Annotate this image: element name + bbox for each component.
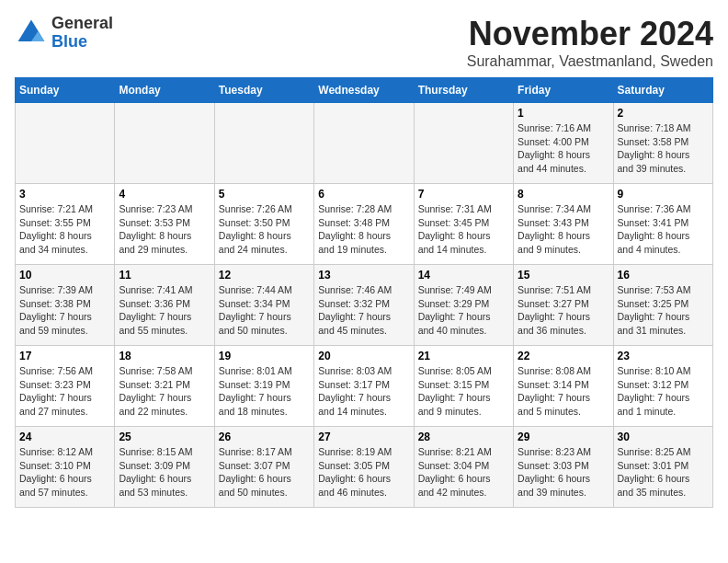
calendar-cell: 19Sunrise: 8:01 AM Sunset: 3:19 PM Dayli… [214, 346, 313, 427]
calendar-cell: 1Sunrise: 7:16 AM Sunset: 4:00 PM Daylig… [514, 103, 613, 184]
calendar-cell: 21Sunrise: 8:05 AM Sunset: 3:15 PM Dayli… [414, 346, 513, 427]
calendar-cell: 10Sunrise: 7:39 AM Sunset: 3:38 PM Dayli… [16, 265, 115, 346]
calendar-week-row: 3Sunrise: 7:21 AM Sunset: 3:55 PM Daylig… [16, 184, 713, 265]
calendar-cell: 3Sunrise: 7:21 AM Sunset: 3:55 PM Daylig… [16, 184, 115, 265]
day-info: Sunrise: 7:23 AM Sunset: 3:53 PM Dayligh… [119, 202, 210, 257]
logo-text: General Blue [51, 15, 113, 52]
day-info: Sunrise: 7:58 AM Sunset: 3:21 PM Dayligh… [119, 364, 210, 419]
calendar-cell [115, 103, 214, 184]
calendar-cell [214, 103, 313, 184]
title-block: November 2024 Surahammar, Vaestmanland, … [467, 15, 713, 70]
day-info: Sunrise: 8:23 AM Sunset: 3:03 PM Dayligh… [518, 445, 609, 500]
calendar-cell [414, 103, 513, 184]
day-number: 24 [19, 431, 110, 443]
calendar-table: SundayMondayTuesdayWednesdayThursdayFrid… [15, 77, 713, 508]
calendar-cell: 4Sunrise: 7:23 AM Sunset: 3:53 PM Daylig… [115, 184, 214, 265]
day-number: 27 [318, 431, 409, 443]
day-number: 23 [618, 350, 709, 362]
day-number: 4 [119, 188, 210, 201]
calendar-cell: 6Sunrise: 7:28 AM Sunset: 3:48 PM Daylig… [314, 184, 414, 265]
day-info: Sunrise: 7:21 AM Sunset: 3:55 PM Dayligh… [19, 202, 110, 257]
day-number: 3 [19, 188, 110, 201]
calendar-cell: 23Sunrise: 8:10 AM Sunset: 3:12 PM Dayli… [613, 346, 712, 427]
calendar-week-row: 17Sunrise: 7:56 AM Sunset: 3:23 PM Dayli… [16, 346, 713, 427]
calendar-cell: 14Sunrise: 7:49 AM Sunset: 3:29 PM Dayli… [414, 265, 513, 346]
calendar-cell: 9Sunrise: 7:36 AM Sunset: 3:41 PM Daylig… [613, 184, 712, 265]
day-info: Sunrise: 7:34 AM Sunset: 3:43 PM Dayligh… [518, 202, 609, 257]
day-number: 30 [618, 431, 709, 443]
day-info: Sunrise: 8:12 AM Sunset: 3:10 PM Dayligh… [19, 445, 110, 500]
day-number: 20 [318, 350, 409, 362]
calendar-cell: 11Sunrise: 7:41 AM Sunset: 3:36 PM Dayli… [115, 265, 214, 346]
day-info: Sunrise: 7:53 AM Sunset: 3:25 PM Dayligh… [618, 283, 709, 338]
calendar-cell: 8Sunrise: 7:34 AM Sunset: 3:43 PM Daylig… [514, 184, 613, 265]
calendar-cell: 15Sunrise: 7:51 AM Sunset: 3:27 PM Dayli… [514, 265, 613, 346]
day-number: 5 [219, 188, 310, 201]
day-of-week-header: Friday [514, 78, 613, 103]
day-info: Sunrise: 7:56 AM Sunset: 3:23 PM Dayligh… [19, 364, 110, 419]
day-info: Sunrise: 7:31 AM Sunset: 3:45 PM Dayligh… [418, 202, 509, 257]
day-info: Sunrise: 7:18 AM Sunset: 3:58 PM Dayligh… [618, 121, 709, 176]
day-number: 22 [518, 350, 609, 362]
calendar-cell: 27Sunrise: 8:19 AM Sunset: 3:05 PM Dayli… [314, 427, 414, 508]
calendar-cell [314, 103, 414, 184]
day-number: 15 [518, 269, 609, 282]
day-of-week-header: Tuesday [214, 78, 313, 103]
day-info: Sunrise: 7:49 AM Sunset: 3:29 PM Dayligh… [418, 283, 509, 338]
day-number: 29 [518, 431, 609, 443]
day-info: Sunrise: 8:15 AM Sunset: 3:09 PM Dayligh… [119, 445, 210, 500]
logo-icon [15, 17, 48, 50]
day-number: 14 [418, 269, 509, 282]
day-of-week-header: Monday [115, 78, 214, 103]
calendar-week-row: 1Sunrise: 7:16 AM Sunset: 4:00 PM Daylig… [16, 103, 713, 184]
day-info: Sunrise: 7:39 AM Sunset: 3:38 PM Dayligh… [19, 283, 110, 338]
day-number: 25 [119, 431, 210, 443]
day-number: 8 [518, 188, 609, 201]
day-number: 12 [219, 269, 310, 282]
month-title: November 2024 [467, 15, 713, 53]
day-info: Sunrise: 8:03 AM Sunset: 3:17 PM Dayligh… [318, 364, 409, 419]
day-number: 11 [119, 269, 210, 282]
day-number: 10 [19, 269, 110, 282]
calendar-cell: 12Sunrise: 7:44 AM Sunset: 3:34 PM Dayli… [214, 265, 313, 346]
calendar-week-row: 10Sunrise: 7:39 AM Sunset: 3:38 PM Dayli… [16, 265, 713, 346]
day-info: Sunrise: 7:41 AM Sunset: 3:36 PM Dayligh… [119, 283, 210, 338]
day-number: 21 [418, 350, 509, 362]
day-info: Sunrise: 7:46 AM Sunset: 3:32 PM Dayligh… [318, 283, 409, 338]
calendar-cell: 20Sunrise: 8:03 AM Sunset: 3:17 PM Dayli… [314, 346, 414, 427]
calendar-cell: 22Sunrise: 8:08 AM Sunset: 3:14 PM Dayli… [514, 346, 613, 427]
calendar-cell: 2Sunrise: 7:18 AM Sunset: 3:58 PM Daylig… [613, 103, 712, 184]
day-number: 6 [318, 188, 409, 201]
calendar-cell: 18Sunrise: 7:58 AM Sunset: 3:21 PM Dayli… [115, 346, 214, 427]
day-number: 18 [119, 350, 210, 362]
calendar-cell: 26Sunrise: 8:17 AM Sunset: 3:07 PM Dayli… [214, 427, 313, 508]
calendar-cell: 7Sunrise: 7:31 AM Sunset: 3:45 PM Daylig… [414, 184, 513, 265]
day-number: 13 [318, 269, 409, 282]
calendar-cell: 29Sunrise: 8:23 AM Sunset: 3:03 PM Dayli… [514, 427, 613, 508]
calendar-cell: 28Sunrise: 8:21 AM Sunset: 3:04 PM Dayli… [414, 427, 513, 508]
day-of-week-header: Saturday [613, 78, 712, 103]
day-info: Sunrise: 7:44 AM Sunset: 3:34 PM Dayligh… [219, 283, 310, 338]
day-of-week-header: Sunday [16, 78, 115, 103]
day-of-week-header: Wednesday [314, 78, 414, 103]
day-info: Sunrise: 7:16 AM Sunset: 4:00 PM Dayligh… [518, 121, 609, 176]
day-info: Sunrise: 8:19 AM Sunset: 3:05 PM Dayligh… [318, 445, 409, 500]
day-number: 26 [219, 431, 310, 443]
calendar-cell: 25Sunrise: 8:15 AM Sunset: 3:09 PM Dayli… [115, 427, 214, 508]
day-number: 1 [518, 107, 609, 120]
day-info: Sunrise: 8:08 AM Sunset: 3:14 PM Dayligh… [518, 364, 609, 419]
day-number: 19 [219, 350, 310, 362]
day-info: Sunrise: 7:51 AM Sunset: 3:27 PM Dayligh… [518, 283, 609, 338]
day-number: 9 [618, 188, 709, 201]
calendar-cell: 13Sunrise: 7:46 AM Sunset: 3:32 PM Dayli… [314, 265, 414, 346]
calendar-cell [16, 103, 115, 184]
day-number: 16 [618, 269, 709, 282]
day-info: Sunrise: 7:28 AM Sunset: 3:48 PM Dayligh… [318, 202, 409, 257]
calendar-cell: 24Sunrise: 8:12 AM Sunset: 3:10 PM Dayli… [16, 427, 115, 508]
page-header: General Blue November 2024 Surahammar, V… [15, 15, 713, 70]
location: Surahammar, Vaestmanland, Sweden [467, 53, 713, 70]
calendar-cell: 5Sunrise: 7:26 AM Sunset: 3:50 PM Daylig… [214, 184, 313, 265]
logo: General Blue [15, 15, 113, 52]
calendar-cell: 16Sunrise: 7:53 AM Sunset: 3:25 PM Dayli… [613, 265, 712, 346]
calendar-header-row: SundayMondayTuesdayWednesdayThursdayFrid… [16, 78, 713, 103]
